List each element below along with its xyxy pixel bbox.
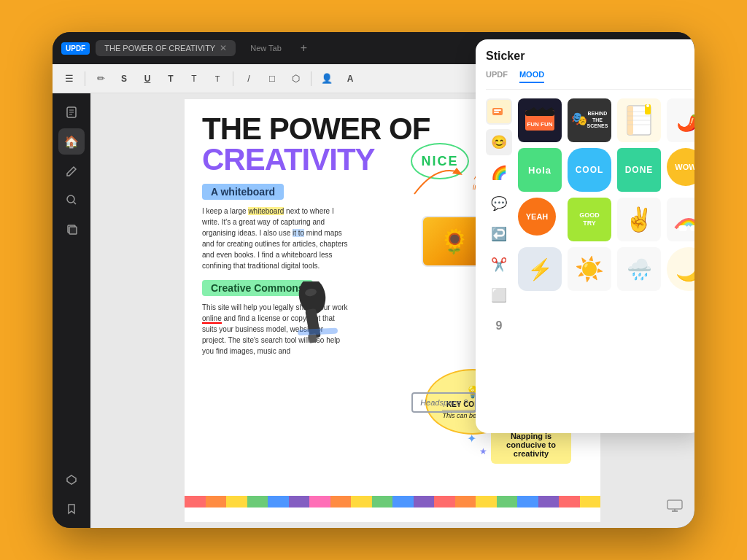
sticker-notebook[interactable] — [617, 98, 661, 142]
new-tab-button[interactable]: + — [296, 42, 311, 55]
sticker-wow[interactable]: WOW — [667, 148, 694, 186]
arrow-decoration — [407, 158, 465, 204]
cat-rainbow[interactable]: 🌈 — [486, 160, 512, 186]
sidebar-icon-edit[interactable] — [58, 158, 85, 184]
svg-marker-21 — [538, 107, 546, 110]
svg-text:FUN FUN: FUN FUN — [527, 121, 552, 128]
sticker-cool[interactable]: COOL — [568, 148, 611, 192]
sticker-behind-scenes[interactable]: 🎭 BEHINDTHESCENES — [568, 98, 611, 142]
cat-square[interactable]: ⬜ — [486, 282, 512, 308]
sticker-chili[interactable]: 🌶️ — [667, 98, 694, 142]
cat-nine[interactable]: 9 — [486, 313, 512, 339]
inactive-tab[interactable]: New Tab — [241, 41, 290, 55]
svg-rect-7 — [69, 227, 77, 234]
sticker-rainbow[interactable] — [667, 198, 694, 241]
sticker-yeah[interactable]: YEAH — [518, 198, 556, 236]
star-decoration2: ★ — [479, 446, 487, 456]
toolbar-strikethrough-icon[interactable]: S — [115, 69, 133, 88]
sticker-tabs: UPDF MOOD — [486, 70, 692, 90]
toolbar-user-icon[interactable]: 👤 — [317, 69, 336, 88]
toolbar-text2-icon[interactable]: T — [185, 69, 204, 88]
sidebar-icon-layers2[interactable] — [58, 467, 85, 493]
toolbar-polygon-icon[interactable]: ⬡ — [286, 69, 305, 88]
cat-speech[interactable]: 💬 — [486, 190, 512, 217]
sticker-done[interactable]: DONE — [617, 148, 661, 192]
sidebar-icon-layers[interactable] — [58, 216, 85, 242]
svg-rect-17 — [494, 112, 499, 113]
svg-rect-19 — [525, 110, 554, 116]
sticker-panel: Sticker UPDF MOOD 😊 🌈 💬 ↩️ ✂️ ⬜ 9 — [476, 39, 694, 433]
color-bar — [185, 496, 600, 508]
sticker-hola[interactable]: Hola — [518, 148, 562, 192]
cat-smiley[interactable]: 😊 — [486, 129, 512, 155]
svg-marker-20 — [530, 107, 537, 110]
sticker-thunder[interactable]: ⚡ — [518, 247, 562, 291]
sticker-sun[interactable]: ☀️ — [568, 247, 611, 291]
sidebar-icon-home[interactable]: 🏠 — [58, 128, 85, 155]
toolbar-menu-icon[interactable]: ☰ — [60, 69, 79, 88]
sidebar-icon-bookmark[interactable] — [58, 496, 85, 522]
sticker-movie[interactable]: FUN FUN — [518, 98, 562, 142]
toolbar-text-icon[interactable]: T — [161, 69, 180, 88]
headspace-box: Headspace ? — [411, 392, 476, 413]
tab-updf[interactable]: UPDF — [486, 70, 508, 83]
updf-logo: UPDF — [61, 42, 90, 55]
sticker-rain-cloud[interactable]: 🌧️ — [617, 247, 661, 291]
bottom-right-icon[interactable] — [667, 499, 683, 516]
marker-overlay — [287, 281, 338, 343]
app-container: UPDF THE POWER OF CREATIVITY ✕ New Tab +… — [53, 32, 694, 528]
cat-scissor[interactable]: ✂️ — [486, 252, 512, 278]
svg-marker-8 — [67, 475, 76, 484]
svg-point-31 — [646, 104, 649, 107]
sticker-grid: FUN FUN 🎭 BEHINDTHESCENES — [518, 98, 694, 291]
toolbar-divider-3 — [311, 71, 311, 86]
sticker-peace[interactable]: ✌️ — [617, 198, 661, 241]
toolbar-underline-icon[interactable]: U — [138, 69, 157, 88]
svg-rect-34 — [667, 500, 682, 509]
tab-mood[interactable]: MOOD — [519, 70, 544, 83]
sidebar-icon-search[interactable] — [58, 187, 85, 213]
toolbar-divider-2 — [233, 71, 233, 86]
toolbar-shape-icon[interactable]: □ — [263, 69, 282, 88]
tab-close-icon[interactable]: ✕ — [220, 43, 227, 53]
cat-arrow[interactable]: ↩️ — [486, 221, 512, 247]
toolbar-text3-icon[interactable]: T — [208, 69, 227, 88]
sticker-categories: 😊 🌈 💬 ↩️ ✂️ ⬜ 9 — [486, 98, 512, 339]
toolbar-pen-icon[interactable]: ✏ — [91, 69, 110, 88]
cat-label[interactable] — [486, 98, 512, 125]
toolbar-line-icon[interactable]: / — [239, 69, 258, 88]
sidebar-icon-document[interactable] — [58, 99, 85, 125]
active-tab[interactable]: THE POWER OF CREATIVITY ✕ — [96, 40, 236, 56]
sticker-moon[interactable]: 🌙 — [667, 247, 694, 291]
left-sidebar: 🏠 — [53, 93, 90, 528]
toolbar-divider-1 — [85, 71, 85, 86]
svg-rect-32 — [678, 225, 687, 231]
svg-point-4 — [67, 195, 74, 203]
svg-rect-16 — [494, 109, 501, 111]
section1-text: I keep a large whiteboard next to where … — [202, 206, 348, 271]
svg-line-5 — [74, 202, 76, 204]
svg-marker-22 — [547, 107, 554, 110]
sticker-panel-title: Sticker — [486, 50, 692, 63]
section1-label: A whiteboard — [202, 184, 284, 200]
svg-rect-13 — [298, 327, 338, 335]
star-decoration: ✦ — [467, 432, 476, 446]
toolbar-font-icon[interactable]: A — [341, 69, 360, 88]
sticker-good-try[interactable]: GOODTRY — [568, 198, 611, 241]
